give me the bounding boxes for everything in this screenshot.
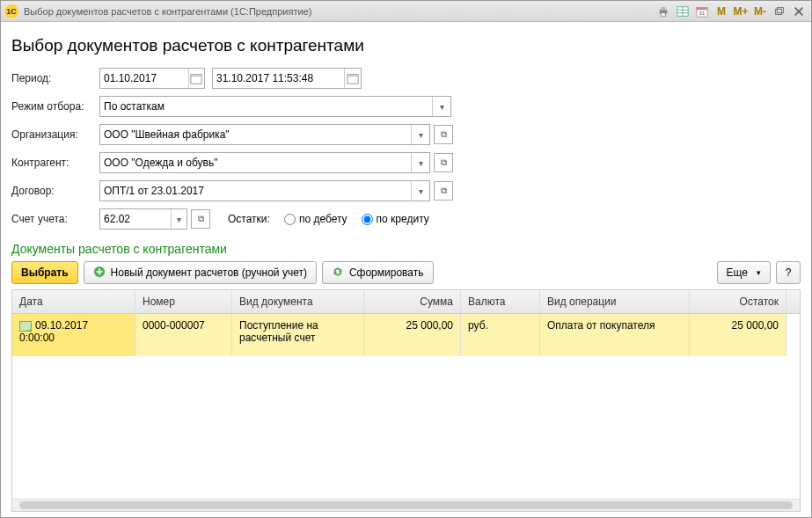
svg-rect-1	[661, 6, 665, 10]
account-select[interactable]: ▾	[99, 208, 187, 230]
counterparty-select[interactable]: ▾	[99, 152, 430, 173]
calendar-picker-icon[interactable]	[188, 69, 204, 88]
select-button[interactable]: Выбрать	[11, 261, 78, 284]
organization-label: Организация:	[11, 128, 99, 141]
close-icon[interactable]	[790, 4, 808, 19]
window-restore-icon[interactable]	[771, 4, 788, 19]
svg-rect-10	[776, 9, 782, 14]
grid-body[interactable]: 09.10.20170:00:000000-000007Поступление …	[12, 314, 800, 499]
organization-select[interactable]: ▾	[99, 124, 430, 145]
col-doc-type[interactable]: Вид документа	[232, 290, 364, 313]
grid-header: Дата Номер Вид документа Сумма Валюта Ви…	[12, 290, 800, 314]
radio-by-credit[interactable]: по кредиту	[362, 213, 429, 225]
filter-mode-label: Режим отбора:	[11, 100, 99, 113]
table-row[interactable]: 09.10.20170:00:000000-000007Поступление …	[12, 314, 800, 356]
memory-mminus-button[interactable]: M-	[751, 4, 769, 19]
open-reference-icon[interactable]: ⧉	[434, 181, 453, 201]
more-button[interactable]: Еще▾	[717, 261, 771, 284]
window-title: Выбор документов расчетов с контрагентам…	[24, 6, 311, 17]
open-reference-icon[interactable]: ⧉	[434, 153, 453, 172]
col-date[interactable]: Дата	[12, 290, 135, 313]
calendar-icon[interactable]: 31	[693, 4, 711, 19]
svg-text:31: 31	[699, 10, 706, 16]
documents-grid: Дата Номер Вид документа Сумма Валюта Ви…	[11, 289, 801, 512]
chevron-down-icon[interactable]: ▾	[171, 209, 187, 229]
balances-label: Остатки:	[228, 213, 270, 225]
col-balance[interactable]: Остаток	[690, 290, 786, 313]
open-reference-icon[interactable]: ⧉	[434, 125, 453, 144]
horizontal-scrollbar[interactable]	[12, 499, 800, 511]
svg-rect-2	[661, 12, 665, 16]
page-title: Выбор документов расчетов с контрагентам…	[11, 36, 801, 55]
document-row-icon	[19, 321, 32, 332]
period-from-input[interactable]	[99, 68, 205, 89]
section-title: Документы расчетов с контрагентами	[11, 242, 801, 256]
contract-select[interactable]: ▾	[99, 180, 430, 201]
period-to-input[interactable]	[212, 68, 362, 89]
radio-by-debit[interactable]: по дебету	[284, 213, 347, 225]
print-icon[interactable]	[655, 4, 672, 19]
chevron-down-icon[interactable]: ▾	[411, 181, 429, 201]
svg-rect-17	[347, 75, 358, 77]
filter-mode-select[interactable]: ▾	[99, 96, 451, 117]
col-number[interactable]: Номер	[135, 290, 232, 313]
calendar-picker-icon[interactable]	[344, 69, 361, 88]
period-label: Период:	[11, 72, 99, 84]
plus-circle-icon	[93, 266, 106, 281]
new-document-button[interactable]: Новый документ расчетов (ручной учет)	[84, 261, 317, 284]
account-label: Счет учета:	[11, 213, 99, 225]
chevron-down-icon[interactable]: ▾	[411, 125, 429, 144]
scroll-thumb[interactable]	[19, 501, 793, 509]
chevron-down-icon[interactable]: ▾	[432, 97, 450, 116]
col-sum[interactable]: Сумма	[364, 290, 461, 313]
chevron-down-icon[interactable]: ▾	[411, 153, 429, 172]
refresh-icon	[332, 266, 344, 281]
table-icon[interactable]	[674, 4, 691, 19]
titlebar: 1C Выбор документов расчетов с контраген…	[1, 1, 811, 22]
svg-rect-11	[777, 7, 783, 12]
generate-button[interactable]: Сформировать	[322, 261, 434, 284]
memory-m-button[interactable]: M	[713, 4, 730, 19]
col-currency[interactable]: Валюта	[461, 290, 540, 313]
help-button[interactable]: ?	[776, 261, 801, 284]
app-logo-icon: 1C	[4, 4, 18, 18]
contract-label: Договор:	[11, 185, 99, 197]
chevron-down-icon: ▾	[757, 268, 761, 277]
svg-rect-15	[191, 75, 201, 77]
col-operation[interactable]: Вид операции	[540, 290, 690, 313]
open-reference-icon[interactable]: ⧉	[191, 209, 210, 229]
dialog-window: 1C Выбор документов расчетов с контраген…	[0, 0, 812, 518]
counterparty-label: Контрагент:	[11, 157, 99, 169]
memory-mplus-button[interactable]: M+	[732, 4, 750, 19]
